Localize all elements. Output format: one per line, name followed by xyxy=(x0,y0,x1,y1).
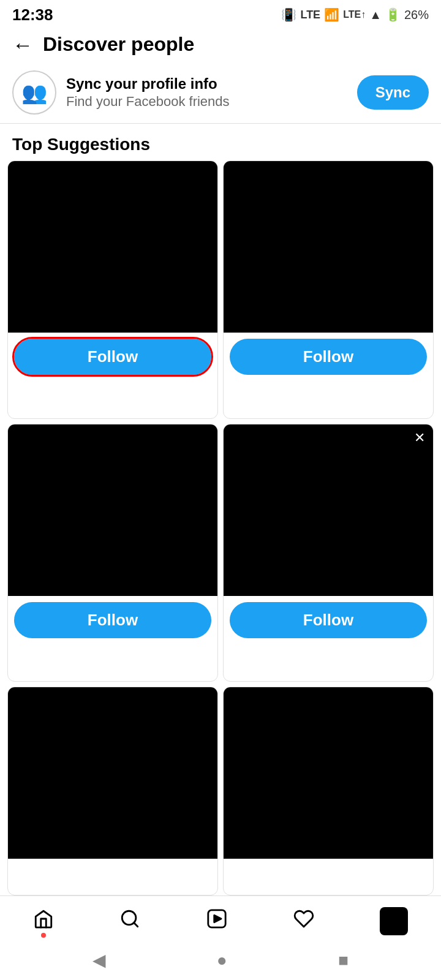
heart-icon xyxy=(293,908,314,934)
sync-title: Sync your profile info xyxy=(66,75,347,92)
lte2-icon: LTE↑ xyxy=(343,9,366,20)
sync-button[interactable]: Sync xyxy=(357,75,429,110)
card-footer-4: Follow xyxy=(224,596,433,646)
home-dot xyxy=(41,933,46,938)
battery-level: 26% xyxy=(404,8,429,22)
status-time: 12:38 xyxy=(12,6,53,24)
system-home-button[interactable]: ● xyxy=(217,951,227,970)
card-footer-3: Follow xyxy=(8,596,217,646)
suggestion-card-4: ✕Follow xyxy=(223,424,434,682)
vibrate-icon: 📳 xyxy=(281,7,296,22)
sync-icon-wrap: 👥 xyxy=(12,70,56,115)
suggestion-card-5 xyxy=(7,687,218,895)
nav-item-likes[interactable] xyxy=(281,906,326,937)
sync-people-icon: 👥 xyxy=(21,80,47,105)
follow-button-3[interactable]: Follow xyxy=(14,602,211,638)
sync-banner: 👥 Sync your profile info Find your Faceb… xyxy=(0,62,441,124)
card-image-6 xyxy=(224,687,433,859)
card-footer-2: Follow xyxy=(224,333,433,382)
follow-button-1[interactable]: Follow xyxy=(14,339,211,375)
suggestions-grid: FollowFollowFollow✕Follow xyxy=(0,160,441,895)
system-nav: ◀ ● ■ xyxy=(0,943,441,980)
status-icons: 📳 LTE 📶 LTE↑ ▲ 🔋 26% xyxy=(281,7,429,22)
profile-avatar xyxy=(380,907,408,935)
follow-button-2[interactable]: Follow xyxy=(230,339,427,375)
bottom-nav xyxy=(0,895,441,943)
system-recents-button[interactable]: ■ xyxy=(338,951,349,970)
suggestion-card-3: Follow xyxy=(7,424,218,682)
nav-item-search[interactable] xyxy=(107,906,153,937)
reels-icon xyxy=(206,908,227,934)
nav-item-profile[interactable] xyxy=(368,905,420,938)
close-icon-4[interactable]: ✕ xyxy=(411,429,428,447)
section-title: Top Suggestions xyxy=(0,124,441,160)
page-title: Discover people xyxy=(43,33,194,56)
card-image-4 xyxy=(224,424,433,596)
signal-icon: ▲ xyxy=(369,8,382,22)
suggestion-card-1: Follow xyxy=(7,160,218,419)
system-back-button[interactable]: ◀ xyxy=(92,950,106,970)
card-image-1 xyxy=(8,161,217,333)
lte-icon: LTE xyxy=(300,9,320,21)
svg-line-1 xyxy=(134,923,138,927)
sync-text-wrap: Sync your profile info Find your Faceboo… xyxy=(66,75,347,110)
page-header: ← Discover people xyxy=(0,27,441,62)
card-image-5 xyxy=(8,687,217,859)
suggestion-card-2: Follow xyxy=(223,160,434,419)
card-image-3 xyxy=(8,424,217,596)
battery-icon: 🔋 xyxy=(385,7,401,22)
suggestion-card-6 xyxy=(223,687,434,895)
follow-button-4[interactable]: Follow xyxy=(230,602,427,638)
card-image-2 xyxy=(224,161,433,333)
card-footer-1: Follow xyxy=(8,333,217,382)
nav-item-home[interactable] xyxy=(21,906,66,937)
search-icon xyxy=(119,908,140,934)
sync-subtitle: Find your Facebook friends xyxy=(66,94,347,110)
back-button[interactable]: ← xyxy=(12,34,33,55)
nav-item-reels[interactable] xyxy=(194,906,239,937)
status-bar: 12:38 📳 LTE 📶 LTE↑ ▲ 🔋 26% xyxy=(0,0,441,27)
home-icon xyxy=(33,908,54,934)
wifi-icon: 📶 xyxy=(324,7,339,22)
